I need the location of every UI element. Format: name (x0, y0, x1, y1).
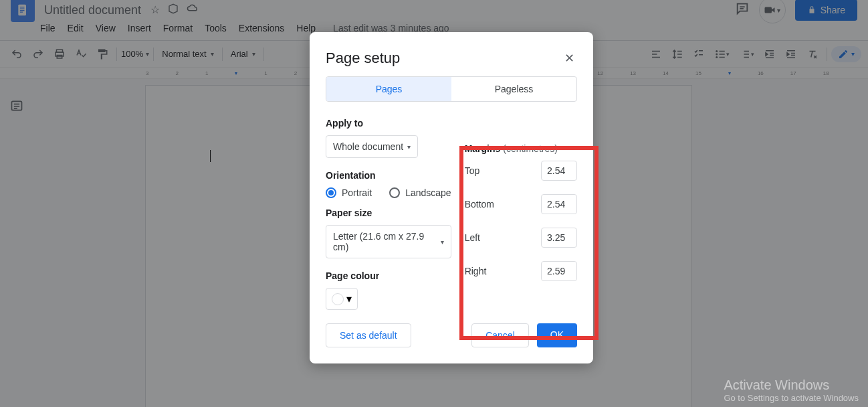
margin-bottom-input[interactable] (541, 194, 577, 214)
radio-checked-icon (326, 187, 336, 198)
margin-top-label: Top (465, 165, 480, 176)
page-colour-label: Page colour (326, 270, 451, 281)
apply-to-select[interactable]: Whole document▾ (326, 135, 418, 158)
margins-label: Margins (centimetres) (465, 143, 577, 154)
dialog-tabs: Pages Pageless (326, 76, 577, 102)
colour-swatch-icon (332, 293, 344, 305)
paper-size-select[interactable]: Letter (21.6 cm x 27.9 cm)▾ (326, 225, 451, 258)
margin-left-label: Left (465, 232, 480, 243)
orientation-portrait-radio[interactable]: Portrait (326, 187, 372, 198)
margin-right-input[interactable] (541, 261, 577, 281)
paper-size-label: Paper size (326, 208, 451, 218)
tab-pages[interactable]: Pages (326, 77, 451, 101)
orientation-label: Orientation (326, 170, 451, 181)
close-button[interactable]: ✕ (562, 48, 577, 68)
tab-pageless[interactable]: Pageless (451, 77, 576, 101)
radio-unchecked-icon (389, 187, 400, 198)
page-setup-dialog: Page setup ✕ Pages Pageless Apply to Who… (310, 32, 593, 363)
windows-activation-watermark: Activate Windows Go to Settings to activ… (724, 378, 859, 403)
margin-top-input[interactable] (541, 161, 577, 181)
orientation-landscape-radio[interactable]: Landscape (389, 187, 451, 198)
page-colour-select[interactable]: ▾ (326, 288, 358, 310)
set-as-default-button[interactable]: Set as default (326, 323, 411, 347)
margin-right-label: Right (465, 266, 487, 276)
margin-left-input[interactable] (541, 228, 577, 248)
margin-bottom-label: Bottom (465, 199, 494, 210)
dialog-title: Page setup (326, 50, 400, 67)
ok-button[interactable]: OK (537, 323, 577, 347)
apply-to-label: Apply to (326, 118, 451, 129)
cancel-button[interactable]: Cancel (471, 323, 529, 347)
